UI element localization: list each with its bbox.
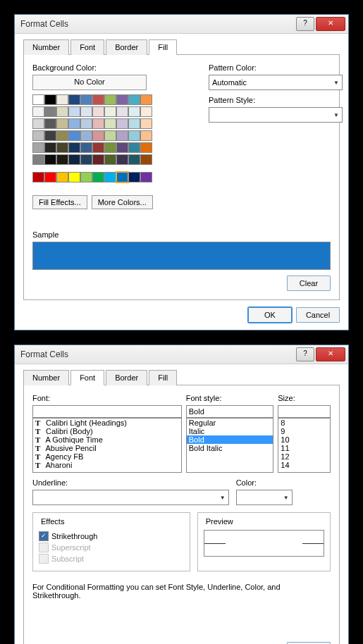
style-list-item[interactable]: Bold Italic (187, 444, 273, 452)
color-swatch[interactable] (104, 130, 116, 141)
font-list-item[interactable]: T Calibri (Body) (33, 427, 181, 435)
color-swatch[interactable] (128, 130, 140, 141)
color-swatch[interactable] (128, 118, 140, 129)
color-swatch[interactable] (32, 130, 44, 141)
color-swatch[interactable] (56, 106, 68, 117)
color-swatch[interactable] (80, 94, 92, 105)
color-swatch[interactable] (140, 172, 152, 182)
color-swatch[interactable] (32, 172, 44, 182)
color-swatch[interactable] (128, 142, 140, 153)
style-list-item[interactable]: Regular (187, 419, 273, 427)
color-swatch[interactable] (92, 172, 104, 182)
color-swatch[interactable] (104, 106, 116, 117)
color-swatch[interactable] (140, 154, 152, 165)
color-swatch[interactable] (116, 172, 128, 182)
color-swatch[interactable] (44, 106, 56, 117)
color-swatch[interactable] (116, 106, 128, 117)
close-button[interactable]: ✕ (316, 17, 345, 31)
color-swatch[interactable] (44, 94, 56, 105)
more-colors-button[interactable]: More Colors... (92, 195, 153, 209)
size-list-item[interactable]: 11 (278, 444, 330, 452)
close-button[interactable]: ✕ (316, 347, 345, 361)
color-dropdown[interactable]: ▼ (236, 490, 293, 505)
color-swatch[interactable] (92, 118, 104, 129)
color-swatch[interactable] (116, 118, 128, 129)
pattern-style-dropdown[interactable]: ▼ (209, 107, 343, 123)
font-input[interactable] (32, 405, 182, 418)
color-swatch[interactable] (44, 154, 56, 165)
color-swatch[interactable] (80, 154, 92, 165)
size-list-item[interactable]: 9 (278, 427, 330, 435)
color-swatch[interactable] (104, 142, 116, 153)
color-swatch[interactable] (44, 118, 56, 129)
help-button[interactable]: ? (296, 347, 314, 361)
titlebar[interactable]: Format Cells ? ✕ (15, 345, 348, 364)
color-swatch[interactable] (104, 154, 116, 165)
color-swatch[interactable] (128, 154, 140, 165)
style-list-item[interactable]: Bold (187, 435, 273, 444)
color-swatch[interactable] (80, 130, 92, 141)
color-swatch[interactable] (56, 118, 68, 129)
color-swatch[interactable] (44, 142, 56, 153)
color-swatch[interactable] (32, 118, 44, 129)
color-swatch[interactable] (92, 94, 104, 105)
font-list-item[interactable]: T Agency FB (33, 452, 181, 461)
color-swatch[interactable] (116, 94, 128, 105)
color-swatch[interactable] (56, 142, 68, 153)
font-list-item[interactable]: T Aharoni (33, 461, 181, 469)
color-swatch[interactable] (44, 130, 56, 141)
color-swatch[interactable] (56, 130, 68, 141)
color-swatch[interactable] (32, 94, 44, 105)
size-list-item[interactable]: 10 (278, 435, 330, 444)
color-swatch[interactable] (56, 94, 68, 105)
font-listbox[interactable]: T Calibri Light (Headings)T Calibri (Bod… (32, 418, 182, 473)
color-swatch[interactable] (32, 142, 44, 153)
color-swatch[interactable] (140, 94, 152, 105)
color-swatch[interactable] (128, 172, 140, 182)
cancel-button[interactable]: Cancel (296, 307, 340, 323)
tab-number[interactable]: Number (23, 39, 69, 55)
color-swatch[interactable] (140, 118, 152, 129)
color-swatch[interactable] (140, 142, 152, 153)
color-swatch[interactable] (68, 118, 80, 129)
color-swatch[interactable] (68, 172, 80, 182)
color-swatch[interactable] (140, 106, 152, 117)
font-style-input[interactable] (186, 405, 274, 418)
tab-font[interactable]: Font (70, 39, 104, 55)
font-list-item[interactable]: T Calibri Light (Headings) (33, 419, 181, 427)
color-swatch[interactable] (56, 154, 68, 165)
color-swatch[interactable] (92, 106, 104, 117)
tab-border[interactable]: Border (106, 39, 147, 55)
size-listbox[interactable]: 8910111214 (278, 418, 331, 473)
color-swatch[interactable] (44, 172, 56, 182)
color-swatch[interactable] (116, 142, 128, 153)
clear-button[interactable]: Clear (287, 275, 331, 291)
size-list-item[interactable]: 8 (278, 419, 330, 427)
strikethrough-checkbox[interactable]: ✓ (39, 531, 49, 541)
color-swatch[interactable] (68, 130, 80, 141)
color-swatch[interactable] (68, 142, 80, 153)
underline-dropdown[interactable]: ▼ (32, 490, 229, 505)
color-swatch[interactable] (32, 106, 44, 117)
font-list-item[interactable]: T Abusive Pencil (33, 444, 181, 452)
color-swatch[interactable] (56, 172, 68, 182)
color-swatch[interactable] (80, 118, 92, 129)
fill-effects-button[interactable]: Fill Effects... (32, 195, 87, 209)
style-list-item[interactable]: Italic (187, 427, 273, 435)
color-swatch[interactable] (92, 154, 104, 165)
color-swatch[interactable] (32, 154, 44, 165)
color-swatch[interactable] (92, 130, 104, 141)
color-swatch[interactable] (80, 142, 92, 153)
pattern-color-dropdown[interactable]: Automatic ▼ (209, 75, 343, 90)
color-swatch[interactable] (128, 106, 140, 117)
color-swatch[interactable] (68, 154, 80, 165)
color-swatch[interactable] (80, 106, 92, 117)
size-list-item[interactable]: 14 (278, 461, 330, 469)
color-swatch[interactable] (68, 106, 80, 117)
color-swatch[interactable] (92, 142, 104, 153)
titlebar[interactable]: Format Cells ? ✕ (15, 15, 348, 34)
font-list-item[interactable]: T A Gothique Time (33, 435, 181, 444)
color-swatch[interactable] (104, 94, 116, 105)
color-swatch[interactable] (68, 94, 80, 105)
tab-fill[interactable]: Fill (149, 370, 177, 385)
